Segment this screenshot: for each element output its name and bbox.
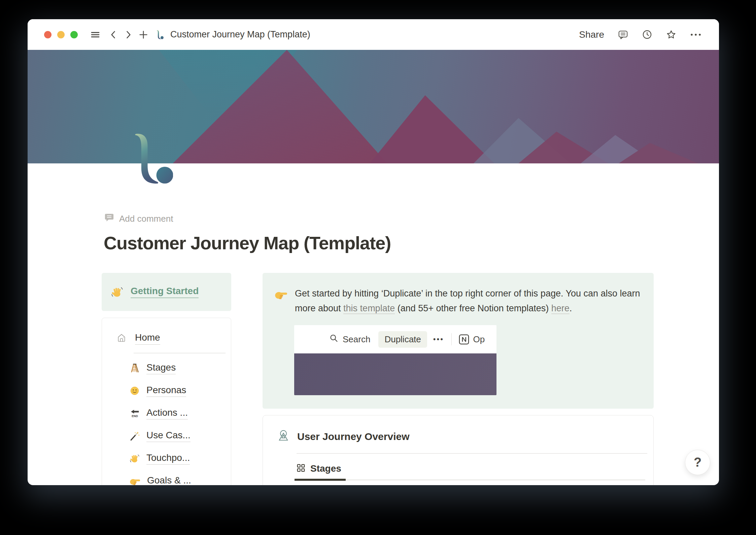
embed-more-icon: ••• — [433, 335, 444, 344]
nav-item-label[interactable]: Touchpo... — [146, 452, 190, 465]
back-icon[interactable] — [109, 30, 118, 39]
nav-item-goals[interactable]: Goals & ... — [130, 475, 226, 485]
add-comment-button[interactable]: Add comment — [104, 213, 654, 224]
search-icon — [329, 334, 338, 345]
home-link[interactable]: Home — [135, 332, 160, 345]
comment-bubble-icon — [104, 213, 114, 224]
close-window-button[interactable] — [44, 31, 51, 38]
ladder-icon — [130, 363, 140, 373]
help-question-mark: ? — [694, 455, 701, 470]
tabline-active-indicator — [295, 479, 346, 481]
page-title[interactable]: Customer Journey Map (Template) — [104, 232, 654, 253]
window-title: Customer Journey Map (Template) — [170, 29, 310, 40]
new-tab-icon[interactable] — [138, 30, 148, 40]
duplicate-screenshot-embed[interactable]: Search Duplicate ••• Op — [294, 325, 496, 395]
card-title[interactable]: User Journey Overview — [297, 431, 410, 442]
traffic-lights — [44, 31, 78, 38]
nav-item-label[interactable]: Actions ... — [146, 407, 188, 419]
grid-icon — [297, 464, 305, 474]
favorite-star-icon[interactable] — [666, 29, 677, 40]
home-icon — [116, 333, 127, 345]
help-button[interactable]: ? — [685, 450, 710, 475]
getting-started-link[interactable]: Getting Started — [131, 286, 199, 298]
more-options-icon[interactable] — [690, 33, 701, 37]
embed-cover-strip — [294, 353, 496, 395]
embed-open-label: Op — [473, 334, 485, 345]
get-started-callout: Get started by hitting ‘Duplicate’ in th… — [263, 273, 654, 409]
embed-topbar: Search Duplicate ••• Op — [294, 325, 496, 353]
nav-item-label[interactable]: Goals & ... — [147, 475, 191, 485]
pointing-right-icon — [130, 476, 140, 485]
embed-search-group: Search — [329, 334, 370, 345]
tab-stages-label[interactable]: Stages — [310, 463, 341, 474]
user-journey-overview-card: User Journey Overview Stages — [263, 415, 654, 485]
page-icon[interactable] — [131, 132, 173, 186]
share-button[interactable]: Share — [579, 29, 604, 40]
embed-search-label: Search — [343, 334, 370, 345]
this-template-link[interactable]: this template — [343, 303, 395, 314]
here-link[interactable]: here — [551, 303, 570, 314]
notion-logo-icon — [458, 334, 470, 345]
svg-text:END: END — [132, 414, 138, 418]
waving-hand-icon — [130, 454, 140, 463]
person-triangle-icon — [276, 429, 290, 444]
titlebar: Customer Journey Map (Template) Share — [28, 19, 719, 50]
smiley-icon — [130, 386, 140, 396]
pointing-right-icon — [275, 288, 287, 316]
nav-item-touchpoints[interactable]: Touchpo... — [130, 452, 226, 465]
nav-item-use-cases[interactable]: Use Cas... — [130, 430, 226, 442]
zoom-window-button[interactable] — [70, 31, 78, 38]
page-logo-icon — [156, 30, 164, 39]
divider — [134, 353, 226, 353]
waving-hand-icon — [111, 286, 123, 298]
divider — [451, 333, 452, 345]
forward-icon[interactable] — [124, 30, 133, 39]
end-arrow-icon: END — [130, 408, 140, 418]
nav-item-label[interactable]: Stages — [146, 362, 176, 374]
nav-item-label[interactable]: Personas — [146, 385, 186, 397]
comments-icon[interactable] — [618, 30, 628, 40]
callout-text: (and 55+ other free Notion templates) — [395, 303, 551, 313]
tab-underline — [297, 479, 645, 481]
minimize-window-button[interactable] — [57, 31, 65, 38]
home-nav-box: Home Stages Personas — [102, 318, 231, 485]
getting-started-callout: Getting Started — [102, 273, 231, 311]
callout-text: . — [570, 303, 572, 313]
callout-paragraph: Get started by hitting ‘Duplicate’ in th… — [295, 286, 642, 316]
nav-item-label[interactable]: Use Cas... — [146, 430, 191, 442]
nav-item-actions[interactable]: END Actions ... — [130, 407, 226, 419]
tabline-track — [297, 479, 645, 480]
nav-item-stages[interactable]: Stages — [130, 362, 226, 374]
tab-stages[interactable]: Stages — [297, 463, 647, 474]
nav-item-personas[interactable]: Personas — [130, 385, 226, 397]
home-link-row[interactable]: Home — [116, 332, 226, 345]
history-clock-icon[interactable] — [642, 29, 652, 40]
sidebar-menu-icon[interactable] — [90, 29, 101, 40]
notion-window: Customer Journey Map (Template) Share — [28, 19, 719, 485]
embed-duplicate-button: Duplicate — [378, 331, 427, 348]
magic-wand-icon — [130, 431, 140, 441]
add-comment-label: Add comment — [119, 214, 173, 224]
divider — [297, 453, 647, 454]
